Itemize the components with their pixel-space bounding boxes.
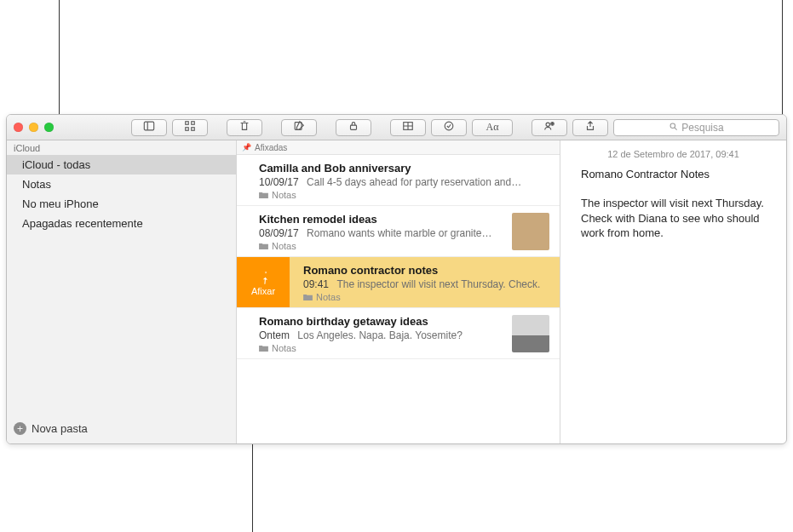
note-title: Romano birthday getaway ideas — [259, 315, 505, 328]
folder-icon — [259, 243, 268, 250]
share-icon — [584, 120, 596, 134]
sidebar-item-on-my-iphone[interactable]: No meu iPhone — [7, 194, 236, 214]
note-row-selected[interactable]: Afixar Romano contractor notes 09:41 The… — [237, 257, 560, 308]
sidebar: iCloud iCloud - todas Notas No meu iPhon… — [7, 140, 237, 443]
zoom-window-button[interactable] — [44, 123, 54, 132]
format-button[interactable]: Aα — [472, 119, 513, 136]
grid-icon — [184, 120, 196, 134]
svg-point-11 — [445, 122, 453, 130]
search-icon — [669, 122, 678, 134]
sidebar-section-header: iCloud — [7, 140, 236, 155]
note-folder: Notas — [259, 190, 549, 200]
toolbar: Aα Pesquisa — [7, 115, 786, 140]
table-button[interactable] — [390, 119, 426, 136]
gallery-view-button[interactable] — [172, 119, 208, 136]
editor-pane[interactable]: 12 de Setembro de 2017, 09:41 Romano Con… — [560, 140, 786, 443]
note-meta: 10/09/17 Call 4-5 days ahead for party r… — [259, 176, 549, 188]
note-title: Romano contractor notes — [303, 264, 549, 277]
note-folder-label: Notas — [272, 343, 296, 353]
note-preview: The inspector will visit next Thursday. … — [336, 278, 540, 290]
sidebar-item-label: Apagadas recentemente — [22, 217, 143, 230]
note-date: 09:41 — [303, 278, 329, 290]
pin-action-label: Afixar — [251, 286, 275, 296]
note-preview: Call 4-5 days ahead for party reservatio… — [307, 176, 521, 188]
svg-point-16 — [670, 123, 675, 129]
checklist-button[interactable] — [431, 119, 467, 136]
search-placeholder: Pesquisa — [681, 122, 723, 134]
checklist-icon — [443, 120, 455, 134]
new-note-button[interactable] — [281, 119, 317, 136]
note-date: Ontem — [259, 329, 290, 341]
sidebar-item-icloud-all[interactable]: iCloud - todas — [7, 155, 236, 174]
table-icon — [402, 120, 414, 134]
new-folder-button[interactable]: + Nova pasta — [7, 417, 236, 443]
note-date: 08/09/17 — [259, 227, 299, 239]
notes-list: 📌 Afixadas Camilla and Bob anniversary 1… — [237, 140, 560, 443]
note-preview: Romano wants white marble or granite… — [307, 227, 491, 239]
pinned-header-label: Afixadas — [255, 143, 287, 152]
svg-point-12 — [546, 123, 549, 126]
sidebar-item-notes[interactable]: Notas — [7, 174, 236, 194]
compose-icon — [293, 120, 305, 134]
close-window-button[interactable] — [14, 123, 23, 132]
editor-body: The inspector will visit next Thursday. … — [581, 196, 766, 241]
note-folder-label: Notas — [272, 241, 296, 251]
search-field[interactable]: Pesquisa — [613, 119, 779, 136]
note-row[interactable]: Romano birthday getaway ideas Ontem Los … — [237, 308, 560, 359]
window-controls — [14, 123, 54, 132]
lock-button[interactable] — [336, 119, 371, 136]
toggle-sidebar-button[interactable] — [131, 119, 167, 136]
svg-rect-7 — [351, 125, 357, 129]
sidebar-icon — [143, 120, 155, 134]
note-folder-label: Notas — [316, 292, 341, 302]
sidebar-item-recently-deleted[interactable]: Apagadas recentemente — [7, 214, 236, 233]
folder-icon — [303, 294, 313, 301]
note-folder: Notas — [259, 241, 505, 251]
note-folder-label: Notas — [272, 190, 296, 200]
main-area: iCloud iCloud - todas Notas No meu iPhon… — [7, 140, 786, 443]
folder-icon — [259, 192, 268, 199]
note-thumbnail — [512, 213, 549, 250]
svg-line-17 — [675, 127, 677, 129]
note-preview: Los Angeles. Napa. Baja. Yosemite? — [297, 329, 462, 341]
svg-rect-3 — [192, 122, 195, 125]
note-title: Kitchen remodel ideas — [259, 213, 505, 226]
share-button[interactable] — [572, 119, 608, 136]
pinned-section-header: 📌 Afixadas — [237, 140, 560, 155]
plus-circle-icon: + — [14, 422, 26, 435]
note-row[interactable]: Camilla and Bob anniversary 10/09/17 Cal… — [237, 155, 560, 206]
note-meta: 08/09/17 Romano wants white marble or gr… — [259, 227, 505, 239]
lock-icon — [348, 120, 359, 134]
editor-date: 12 de Setembro de 2017, 09:41 — [581, 149, 766, 159]
editor-title: Romano Contractor Notes — [581, 168, 766, 180]
minimize-window-button[interactable] — [29, 123, 38, 132]
svg-rect-4 — [186, 128, 189, 131]
delete-button[interactable] — [227, 119, 262, 136]
trash-icon — [238, 120, 250, 134]
format-text-icon: Aα — [486, 121, 499, 134]
pin-swipe-action[interactable]: Afixar — [237, 257, 290, 307]
pin-icon — [256, 269, 271, 284]
add-people-icon — [543, 120, 555, 134]
note-thumbnail — [512, 315, 549, 352]
pin-icon: 📌 — [242, 143, 251, 152]
note-title: Camilla and Bob anniversary — [259, 162, 549, 174]
note-meta: Ontem Los Angeles. Napa. Baja. Yosemite? — [259, 329, 505, 341]
sidebar-item-label: iCloud - todas — [22, 158, 90, 171]
folder-icon — [259, 345, 268, 352]
note-meta: 09:41 The inspector will visit next Thur… — [303, 278, 549, 290]
note-folder: Notas — [303, 292, 549, 302]
note-date: 10/09/17 — [259, 176, 299, 188]
svg-rect-2 — [186, 122, 189, 125]
app-window: Aα Pesquisa iCloud iCloud - todas Notas — [6, 114, 787, 444]
note-row[interactable]: Kitchen remodel ideas 08/09/17 Romano wa… — [237, 206, 560, 257]
sidebar-item-label: No meu iPhone — [22, 197, 99, 210]
add-people-button[interactable] — [532, 119, 567, 136]
note-folder: Notas — [259, 343, 505, 353]
svg-rect-0 — [144, 122, 153, 130]
sidebar-item-label: Notas — [22, 178, 51, 191]
svg-rect-5 — [192, 128, 195, 131]
new-folder-label: Nova pasta — [32, 422, 88, 435]
